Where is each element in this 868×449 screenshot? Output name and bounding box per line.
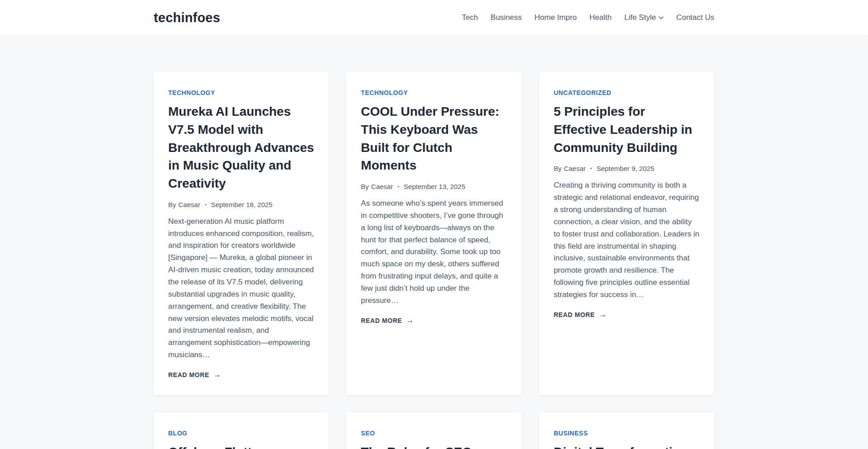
post-card: TECHNOLOGY COOL Under Pressure: This Key… — [346, 72, 521, 395]
post-meta: By Caesar • September 18, 2025 — [168, 200, 314, 209]
post-category-link[interactable]: TECHNOLOGY — [168, 88, 215, 97]
post-meta: By Caesar • September 9, 2025 — [554, 164, 700, 173]
post-title: Offshore Flutter — [168, 443, 314, 449]
post-title-link[interactable]: The Rules for SEO — [361, 445, 472, 449]
post-card: SEO The Rules for SEO — [346, 412, 521, 449]
nav-item-business[interactable]: Business — [491, 13, 522, 22]
author-link[interactable]: Caesar — [564, 164, 585, 173]
post-title-link[interactable]: 5 Principles for Effective Leadership in… — [554, 104, 693, 155]
post-category-link[interactable]: BUSINESS — [554, 429, 588, 438]
meta-separator: • — [397, 182, 399, 191]
post-title-link[interactable]: Digital Transformation — [554, 445, 688, 449]
blog-main: TECHNOLOGY Mureka AI Launches V7.5 Model… — [154, 35, 714, 449]
author-link[interactable]: Caesar — [179, 200, 200, 209]
post-title: The Rules for SEO — [361, 443, 507, 449]
post-title: Digital Transformation — [554, 443, 700, 449]
header-inner: techinfoes Tech Business Home Impro Heal… — [154, 0, 714, 35]
post-meta: By Caesar • September 13, 2025 — [361, 182, 507, 191]
byline-prefix: By — [554, 164, 562, 173]
post-title-link[interactable]: COOL Under Pressure: This Keyboard Was B… — [361, 104, 499, 172]
nav-item-tech[interactable]: Tech — [462, 13, 478, 22]
post-excerpt: Next-generation AI music platform introd… — [168, 216, 314, 361]
post-card: UNCATEGORIZED 5 Principles for Effective… — [539, 72, 714, 395]
read-more-link[interactable]: READ MORE → — [168, 370, 222, 379]
post-date: September 9, 2025 — [596, 164, 654, 173]
post-card: BLOG Offshore Flutter — [154, 412, 329, 449]
arrow-right-icon: → — [599, 310, 607, 319]
site-logo[interactable]: techinfoes — [154, 10, 220, 25]
post-title-link[interactable]: Mureka AI Launches V7.5 Model with Break… — [168, 104, 314, 190]
meta-separator: • — [205, 200, 207, 209]
post-title: COOL Under Pressure: This Keyboard Was B… — [361, 103, 507, 175]
read-more-label: READ MORE — [361, 316, 402, 325]
post-card: TECHNOLOGY Mureka AI Launches V7.5 Model… — [154, 72, 329, 395]
post-category-link[interactable]: UNCATEGORIZED — [554, 88, 612, 97]
read-more-label: READ MORE — [554, 310, 595, 319]
arrow-right-icon: → — [406, 316, 414, 325]
post-card: BUSINESS Digital Transformation — [539, 412, 714, 449]
site-header: techinfoes Tech Business Home Impro Heal… — [0, 0, 868, 35]
author-link[interactable]: Caesar — [371, 182, 393, 191]
nav-item-home-impro[interactable]: Home Impro — [534, 13, 577, 22]
post-title: Mureka AI Launches V7.5 Model with Break… — [168, 103, 314, 193]
post-category-link[interactable]: TECHNOLOGY — [361, 88, 408, 97]
post-excerpt: As someone who’s spent years immersed in… — [361, 198, 507, 307]
post-title: 5 Principles for Effective Leadership in… — [554, 103, 700, 156]
nav-item-health[interactable]: Health — [590, 13, 612, 22]
read-more-label: READ MORE — [168, 370, 209, 379]
post-date: September 18, 2025 — [211, 200, 273, 209]
chevron-down-icon — [659, 16, 664, 19]
post-date: September 13, 2025 — [404, 182, 465, 191]
main-nav: Tech Business Home Impro Health Life Sty… — [462, 13, 714, 22]
post-category-link[interactable]: BLOG — [168, 429, 187, 438]
read-more-link[interactable]: READ MORE → — [361, 316, 414, 325]
post-category-link[interactable]: SEO — [361, 429, 375, 438]
nav-item-life-style[interactable]: Life Style — [624, 13, 664, 22]
read-more-link[interactable]: READ MORE → — [554, 310, 607, 319]
post-excerpt: Creating a thriving community is both a … — [554, 180, 700, 301]
post-title-link[interactable]: Offshore Flutter — [168, 445, 264, 449]
byline-prefix: By — [168, 200, 176, 209]
nav-item-life-style-label: Life Style — [624, 13, 656, 22]
meta-separator: • — [590, 164, 592, 173]
nav-item-contact-us[interactable]: Contact Us — [676, 13, 714, 22]
posts-grid: TECHNOLOGY Mureka AI Launches V7.5 Model… — [154, 72, 714, 449]
arrow-right-icon: → — [213, 370, 222, 379]
byline-prefix: By — [361, 182, 369, 191]
